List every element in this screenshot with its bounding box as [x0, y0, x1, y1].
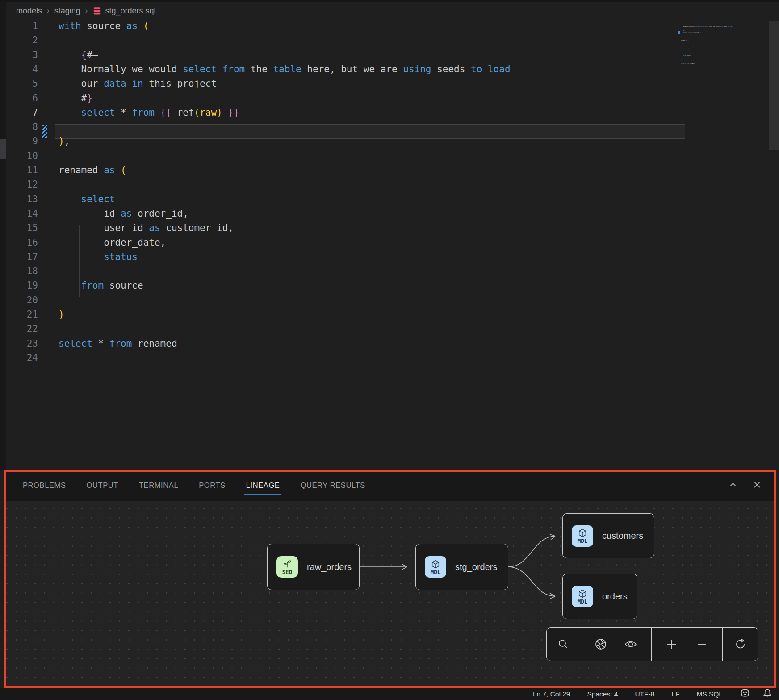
- panel-tab-bar: PROBLEMSOUTPUTTERMINALPORTSLINEAGEQUERY …: [6, 472, 774, 501]
- code-line-18[interactable]: 18: [6, 264, 59, 279]
- line-number: 2: [6, 33, 38, 48]
- tab-ports[interactable]: PORTS: [199, 477, 226, 497]
- maximize-panel-button[interactable]: [728, 479, 738, 490]
- line-number: 20: [6, 293, 38, 308]
- search-button[interactable]: [553, 634, 573, 654]
- line-number: 7: [6, 105, 38, 120]
- breadcrumb-staging[interactable]: staging: [54, 6, 80, 16]
- snapshot-button[interactable]: [591, 634, 611, 654]
- tab-problems[interactable]: PROBLEMS: [23, 477, 66, 497]
- vscode-window: models › staging › stg_orders.sql 1with …: [0, 0, 779, 700]
- code-line-20[interactable]: 20: [6, 293, 59, 308]
- lineage-toolbar: [546, 627, 758, 661]
- code-line-8[interactable]: 8: [6, 120, 59, 134]
- line-number: 17: [6, 250, 38, 264]
- line-number: 16: [6, 235, 38, 250]
- left-edge-strip: [0, 2, 6, 470]
- code-line-24[interactable]: 24: [6, 351, 59, 365]
- code-line-19[interactable]: 19 from source: [6, 278, 143, 293]
- editor-scrollbar[interactable]: [769, 21, 779, 150]
- lineage-node-raw_orders[interactable]: SEDraw_orders: [267, 544, 360, 590]
- breadcrumb-models[interactable]: models: [16, 6, 42, 16]
- copilot-icon: [740, 689, 750, 698]
- lineage-node-stg_orders[interactable]: MDLstg_orders: [415, 544, 508, 590]
- code-line-16[interactable]: 16 order_date,: [6, 235, 166, 250]
- breadcrumb-file[interactable]: stg_orders.sql: [92, 6, 155, 16]
- minimap-modified-marker: [678, 31, 680, 34]
- code-line-4[interactable]: 4 Normally we would select from the tabl…: [6, 62, 511, 77]
- status-eol[interactable]: LF: [671, 690, 679, 698]
- line-number: 24: [6, 351, 38, 365]
- cube-icon: [431, 559, 440, 569]
- copilot-button[interactable]: [740, 689, 750, 700]
- line-number: 19: [6, 278, 38, 293]
- line-number: 21: [6, 307, 38, 322]
- model-badge: MDL: [425, 556, 446, 578]
- close-icon: [752, 480, 762, 490]
- eye-icon: [624, 637, 638, 651]
- code-line-1[interactable]: 1with source as (: [6, 19, 149, 34]
- line-number: 5: [6, 76, 38, 91]
- lineage-node-orders[interactable]: MDLorders: [562, 574, 637, 619]
- status-indentation[interactable]: Spaces: 4: [587, 690, 618, 698]
- status-bar: Ln 7, Col 29Spaces: 4UTF-8LFMS SQL: [0, 688, 779, 700]
- code-line-3[interactable]: 3 {#–: [6, 48, 98, 63]
- code-line-23[interactable]: 23select * from renamed: [6, 336, 177, 351]
- code-line-7[interactable]: 7 select * from {{ ref(raw) }}: [6, 105, 239, 120]
- line-number: 23: [6, 336, 38, 351]
- code-line-11[interactable]: 11renamed as (: [6, 163, 126, 178]
- line-number: 3: [6, 48, 38, 63]
- refresh-button[interactable]: [731, 634, 750, 654]
- notifications-button[interactable]: [763, 688, 772, 700]
- code-line-2[interactable]: 2: [6, 33, 59, 48]
- line-number: 4: [6, 62, 38, 77]
- node-label: stg_orders: [455, 562, 498, 572]
- zoom-out-button[interactable]: [692, 634, 712, 654]
- database-icon: [92, 6, 101, 15]
- tab-output[interactable]: OUTPUT: [87, 477, 118, 497]
- breadcrumb-file-name: stg_orders.sql: [105, 6, 155, 16]
- code-line-22[interactable]: 22: [6, 322, 59, 336]
- seed-badge: SED: [276, 556, 298, 578]
- bell-icon: [763, 688, 772, 698]
- code-line-6[interactable]: 6 #}: [6, 91, 92, 106]
- status-language-mode[interactable]: MS SQL: [696, 690, 723, 698]
- code-line-5[interactable]: 5 our data in this project: [6, 76, 217, 91]
- window-top-edge: [0, 0, 779, 2]
- code-line-14[interactable]: 14 id as order_id,: [6, 206, 188, 221]
- close-panel-button[interactable]: [752, 479, 762, 490]
- code-line-15[interactable]: 15 user_id as customer_id,: [6, 221, 234, 235]
- status-encoding[interactable]: UTF-8: [635, 690, 654, 698]
- line-number: 12: [6, 177, 38, 192]
- minimap[interactable]: with source as ( {#– Normally we would s…: [681, 20, 766, 67]
- left-edge-scroll-thumb[interactable]: [0, 139, 6, 159]
- visibility-button[interactable]: [621, 634, 641, 654]
- node-label: customers: [602, 531, 643, 541]
- badge-label: MDL: [431, 569, 441, 575]
- zoom-in-button[interactable]: [662, 634, 682, 654]
- code-line-17[interactable]: 17 status: [6, 250, 138, 264]
- current-line-highlight: [55, 124, 685, 139]
- code-line-12[interactable]: 12: [6, 177, 59, 192]
- lineage-node-customers[interactable]: MDLcustomers: [562, 513, 654, 558]
- node-label: orders: [602, 591, 628, 602]
- code-line-21[interactable]: 21): [6, 307, 64, 322]
- code-line-10[interactable]: 10: [6, 149, 59, 163]
- line-number: 15: [6, 221, 38, 235]
- line-number: 18: [6, 264, 38, 279]
- code-line-13[interactable]: 13 select: [6, 192, 115, 207]
- tab-terminal[interactable]: TERMINAL: [139, 477, 178, 497]
- line-number: 8: [6, 120, 38, 134]
- seedling-icon: [282, 559, 292, 569]
- chevron-up-icon: [728, 480, 738, 490]
- code-editor[interactable]: 1with source as (23 {#–4 Normally we wou…: [6, 19, 676, 465]
- code-line-9[interactable]: 9),: [6, 134, 70, 149]
- line-number: 10: [6, 149, 38, 163]
- tab-lineage[interactable]: LINEAGE: [246, 477, 280, 497]
- lineage-canvas[interactable]: SEDraw_ordersMDLstg_ordersMDLcustomersMD…: [6, 501, 774, 686]
- badge-label: SED: [282, 569, 293, 575]
- line-number: 13: [6, 192, 38, 207]
- line-number: 1: [6, 19, 38, 34]
- status-cursor-position[interactable]: Ln 7, Col 29: [533, 690, 570, 698]
- tab-query-results[interactable]: QUERY RESULTS: [300, 477, 365, 497]
